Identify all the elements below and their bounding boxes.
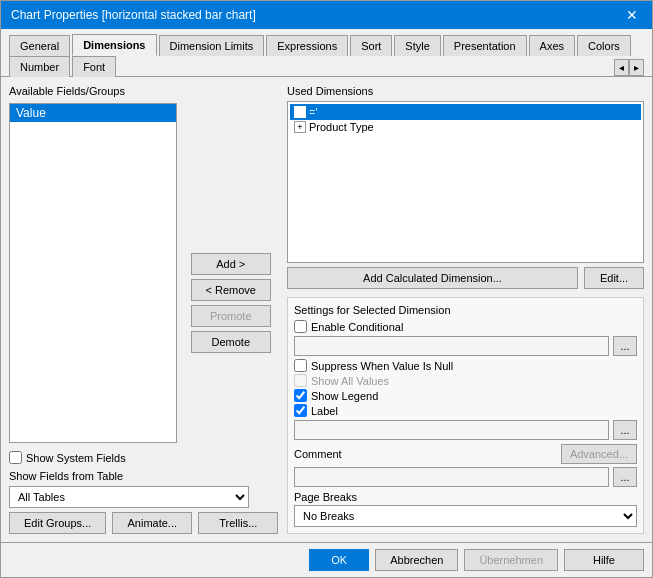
ok-button[interactable]: OK bbox=[309, 549, 369, 571]
show-system-fields-label: Show System Fields bbox=[26, 452, 126, 464]
remove-button[interactable]: < Remove bbox=[191, 279, 271, 301]
label-checkbox[interactable] bbox=[294, 404, 307, 417]
right-panel: Used Dimensions + =' + Product Type Add … bbox=[287, 85, 644, 534]
label-row: Label bbox=[294, 404, 637, 417]
tab-general[interactable]: General bbox=[9, 35, 70, 56]
available-fields-label: Available Fields/Groups bbox=[9, 85, 279, 97]
dim-item-1[interactable]: + =' bbox=[290, 104, 641, 120]
add-calc-row: Add Calculated Dimension... Edit... bbox=[287, 267, 644, 289]
conditional-browse-button[interactable]: ... bbox=[613, 336, 637, 356]
trellis-button[interactable]: Trellis... bbox=[198, 512, 278, 534]
page-breaks-select[interactable]: No Breaks bbox=[294, 505, 637, 527]
main-window: Chart Properties [horizontal stacked bar… bbox=[0, 0, 653, 578]
tab-colors[interactable]: Colors bbox=[577, 35, 631, 56]
used-dims-list[interactable]: + =' + Product Type bbox=[287, 101, 644, 263]
abbrechen-button[interactable]: Abbrechen bbox=[375, 549, 458, 571]
suppress-when-null-label: Suppress When Value Is Null bbox=[311, 360, 453, 372]
show-all-values-label: Show All Values bbox=[311, 375, 389, 387]
used-dims-label: Used Dimensions bbox=[287, 85, 644, 97]
show-system-fields-checkbox[interactable] bbox=[9, 451, 22, 464]
dim2-label: Product Type bbox=[309, 121, 374, 133]
edit-animate-buttons: Edit Groups... Animate... Trellis... bbox=[9, 512, 279, 534]
left-bottom: Show System Fields Show Fields from Tabl… bbox=[9, 449, 279, 534]
show-fields-select[interactable]: All Tables bbox=[9, 486, 249, 508]
label-browse-button[interactable]: ... bbox=[613, 420, 637, 440]
hilfe-button[interactable]: Hilfe bbox=[564, 549, 644, 571]
add-remove-buttons: Add > < Remove Promote Demote bbox=[183, 163, 279, 443]
tab-scroll-left[interactable]: ◂ bbox=[614, 59, 629, 76]
tab-scroll-right[interactable]: ▸ bbox=[629, 59, 644, 76]
enable-conditional-row: Enable Conditional bbox=[294, 320, 637, 333]
enable-conditional-checkbox[interactable] bbox=[294, 320, 307, 333]
settings-box: Settings for Selected Dimension Enable C… bbox=[287, 297, 644, 534]
advanced-button[interactable]: Advanced... bbox=[561, 444, 637, 464]
promote-button[interactable]: Promote bbox=[191, 305, 271, 327]
close-button[interactable]: ✕ bbox=[622, 7, 642, 23]
comment-browse-button[interactable]: ... bbox=[613, 467, 637, 487]
page-breaks-label: Page Breaks bbox=[294, 491, 637, 503]
tab-scroll: ◂ ▸ bbox=[614, 59, 644, 76]
label-input[interactable] bbox=[294, 420, 609, 440]
show-fields-from-table-label: Show Fields from Table bbox=[9, 470, 279, 482]
ubernehmen-button[interactable]: Übernehmen bbox=[464, 549, 558, 571]
main-content: Available Fields/Groups Value Add > < Re… bbox=[1, 77, 652, 542]
tab-style[interactable]: Style bbox=[394, 35, 440, 56]
dim1-expander[interactable]: + bbox=[294, 106, 306, 118]
label-label: Label bbox=[311, 405, 338, 417]
window-title: Chart Properties [horizontal stacked bar… bbox=[11, 8, 256, 22]
conditional-input-row: ... bbox=[294, 336, 637, 356]
tab-dimensions[interactable]: Dimensions bbox=[72, 34, 156, 56]
settings-title: Settings for Selected Dimension bbox=[294, 304, 637, 316]
list-item-value[interactable]: Value bbox=[10, 104, 176, 122]
suppress-when-null-row: Suppress When Value Is Null bbox=[294, 359, 637, 372]
show-legend-label: Show Legend bbox=[311, 390, 378, 402]
add-calculated-dimension-button[interactable]: Add Calculated Dimension... bbox=[287, 267, 578, 289]
tab-presentation[interactable]: Presentation bbox=[443, 35, 527, 56]
demote-button[interactable]: Demote bbox=[191, 331, 271, 353]
page-breaks-section: Page Breaks No Breaks bbox=[294, 491, 637, 527]
tab-sort[interactable]: Sort bbox=[350, 35, 392, 56]
comment-input-row: ... bbox=[294, 467, 637, 487]
add-button[interactable]: Add > bbox=[191, 253, 271, 275]
comment-row: Comment Advanced... bbox=[294, 444, 637, 464]
suppress-when-null-checkbox[interactable] bbox=[294, 359, 307, 372]
comment-label: Comment bbox=[294, 448, 342, 460]
enable-conditional-label: Enable Conditional bbox=[311, 321, 403, 333]
tab-expressions[interactable]: Expressions bbox=[266, 35, 348, 56]
tab-bar: General Dimensions Dimension Limits Expr… bbox=[1, 29, 652, 77]
comment-input[interactable] bbox=[294, 467, 609, 487]
title-bar: Chart Properties [horizontal stacked bar… bbox=[1, 1, 652, 29]
show-legend-checkbox[interactable] bbox=[294, 389, 307, 402]
dim2-expander[interactable]: + bbox=[294, 121, 306, 133]
edit-dim-button[interactable]: Edit... bbox=[584, 267, 644, 289]
label-input-row: ... bbox=[294, 420, 637, 440]
dim1-label: =' bbox=[309, 106, 318, 118]
show-all-values-checkbox[interactable] bbox=[294, 374, 307, 387]
show-system-fields-row: Show System Fields bbox=[9, 451, 279, 464]
bottom-bar: OK Abbrechen Übernehmen Hilfe bbox=[1, 542, 652, 577]
show-all-values-row: Show All Values bbox=[294, 374, 637, 387]
animate-button[interactable]: Animate... bbox=[112, 512, 192, 534]
show-legend-row: Show Legend bbox=[294, 389, 637, 402]
edit-groups-button[interactable]: Edit Groups... bbox=[9, 512, 106, 534]
conditional-input[interactable] bbox=[294, 336, 609, 356]
left-panel: Available Fields/Groups Value Add > < Re… bbox=[9, 85, 279, 534]
available-fields-list[interactable]: Value bbox=[9, 103, 177, 443]
dim-item-2[interactable]: + Product Type bbox=[290, 120, 641, 134]
tab-number[interactable]: Number bbox=[9, 56, 70, 77]
tab-dimension-limits[interactable]: Dimension Limits bbox=[159, 35, 265, 56]
tab-font[interactable]: Font bbox=[72, 56, 116, 77]
tab-axes[interactable]: Axes bbox=[529, 35, 575, 56]
